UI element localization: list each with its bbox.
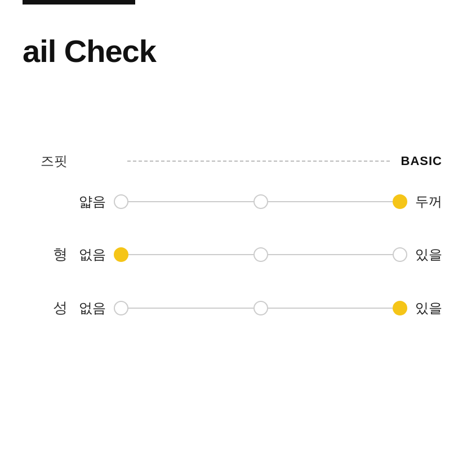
dot-texture-1[interactable] [253, 301, 268, 315]
track-thickness [114, 194, 407, 209]
row-label-pattern: 형 [23, 244, 68, 264]
dot-thickness-1[interactable] [253, 194, 268, 209]
row-label-texture: 성 [23, 298, 68, 318]
dot-texture-2[interactable] [393, 301, 407, 315]
header-track-area: BASIC [79, 154, 442, 168]
header-left-label: 즈핏 [23, 152, 68, 170]
dot-texture-0[interactable] [114, 301, 128, 315]
label-right-texture: 있을 [415, 299, 442, 317]
page-title: ail Check [23, 34, 156, 69]
row-pattern: 형 없음 있을 [23, 244, 453, 264]
dot-thickness-2[interactable] [393, 194, 407, 209]
dot-pattern-0[interactable] [114, 247, 128, 262]
dot-thickness-0[interactable] [114, 194, 128, 209]
top-bar [23, 0, 135, 5]
main-page: ail Check 즈핏 BASIC 얇음 [0, 0, 476, 476]
dot-pattern-2[interactable] [393, 247, 407, 262]
slider-pattern: 없음 있을 [79, 246, 442, 264]
dots-row-pattern [114, 247, 407, 262]
row-thickness: 얇음 두꺼 [23, 193, 453, 211]
row-texture: 성 없음 있을 [23, 298, 453, 318]
dots-row-thickness [114, 194, 407, 209]
label-left-pattern: 없음 [79, 246, 106, 264]
label-left-thickness: 얇음 [79, 193, 106, 211]
track-texture [114, 301, 407, 315]
slider-texture: 없음 있을 [79, 299, 442, 317]
label-right-pattern: 있을 [415, 246, 442, 264]
header-basic-label: BASIC [401, 154, 442, 168]
slider-thickness: 얇음 두꺼 [79, 193, 442, 211]
dots-row-texture [114, 301, 407, 315]
label-left-texture: 없음 [79, 299, 106, 317]
header-dotted-line [127, 161, 390, 162]
title-section: ail Check [23, 34, 156, 69]
track-pattern [114, 247, 407, 262]
rows-container: 즈핏 BASIC 얇음 두꺼 [0, 152, 476, 352]
label-right-thickness: 두꺼 [415, 193, 442, 211]
header-row: 즈핏 BASIC [23, 152, 453, 170]
dot-pattern-1[interactable] [253, 247, 268, 262]
